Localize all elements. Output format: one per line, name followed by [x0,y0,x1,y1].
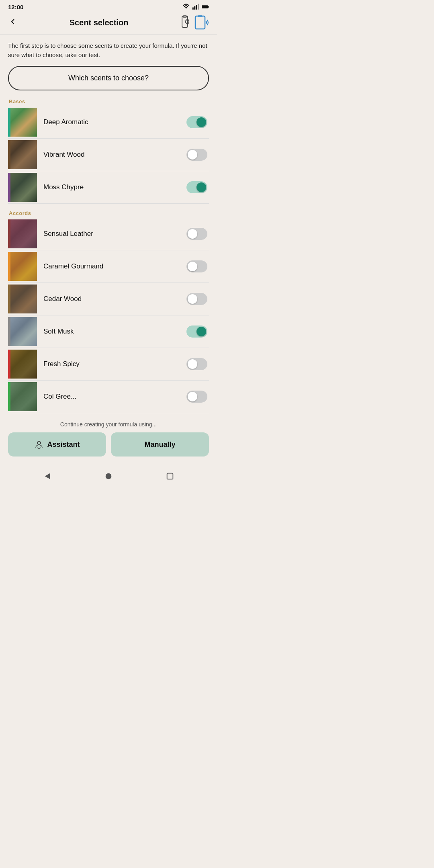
scent-name-caramel-gourmand: Caramel Gourmand [37,262,186,270]
scent-bar-soft-musk [8,317,10,346]
toggle-deep-aromatic[interactable] [186,116,207,128]
bases-section-label: Bases [8,98,209,104]
assistant-button[interactable]: Assistant [8,432,106,457]
scent-item-sensual-leather: Sensual Leather [8,218,209,250]
manually-button[interactable]: Manually [111,432,209,457]
toggle-soft-musk[interactable] [186,326,207,338]
scent-thumb-soft-musk [8,317,37,346]
toggle-partial-item[interactable] [186,391,207,403]
scent-name-deep-aromatic: Deep Aromatic [37,118,186,126]
scent-thumb-cedar-wood [8,285,37,313]
back-arrow-icon [8,17,18,27]
header-device-icons [178,15,211,30]
scent-name-partial-item: Col Gree... [37,393,186,401]
header: Scent selection [0,12,217,35]
scent-bar-vibrant-wood [8,140,10,169]
signal-icon [192,3,199,10]
toggle-cedar-wood[interactable] [186,293,207,305]
scent-img-sensual-leather [8,219,37,248]
bases-list: Deep AromaticVibrant WoodMoss Chypre [8,106,209,204]
svg-rect-5 [208,6,209,8]
scent-img-partial-item [8,382,37,411]
toggle-thumb-vibrant-wood [188,150,197,160]
scent-thumb-moss-chypre [8,173,37,202]
scent-item-fresh-spicy: Fresh Spicy [8,348,209,381]
scent-thumb-fresh-spicy [8,350,37,379]
svg-rect-0 [192,8,194,10]
svg-rect-6 [182,16,188,27]
toggle-thumb-caramel-gourmand [188,262,197,271]
scent-item-cedar-wood: Cedar Wood [8,283,209,315]
scent-item-moss-chypre: Moss Chypre [8,171,209,204]
scent-item-vibrant-wood: Vibrant Wood [8,139,209,171]
toggle-fresh-spicy[interactable] [186,358,207,370]
svg-rect-2 [196,5,197,10]
scent-bar-fresh-spicy [8,350,10,379]
scent-item-deep-aromatic: Deep Aromatic [8,106,209,139]
nav-bar [0,466,217,490]
which-scents-button[interactable]: Which scents to choose? [8,66,209,90]
main-content: The first step is to choose some scents … [0,35,217,413]
accords-section-label: Accords [8,210,209,216]
scent-bar-deep-aromatic [8,108,10,137]
scent-img-vibrant-wood [8,140,37,169]
nav-home-button[interactable] [104,472,113,482]
svg-rect-15 [167,473,173,479]
accords-list: Sensual LeatherCaramel GourmandCedar Woo… [8,218,209,413]
nav-back-button[interactable] [43,472,51,482]
svg-marker-13 [45,473,50,479]
nav-back-icon [43,472,51,481]
battery-icon [202,3,209,10]
scent-name-vibrant-wood: Vibrant Wood [37,151,186,159]
toggle-thumb-deep-aromatic [197,117,206,127]
toggle-vibrant-wood[interactable] [186,149,207,161]
scent-img-deep-aromatic [8,108,37,137]
toggle-thumb-sensual-leather [188,229,197,239]
svg-rect-8 [195,16,205,29]
scent-bar-cedar-wood [8,285,10,313]
page-title: Scent selection [19,18,178,27]
continue-text: Continue creating your formula using... [8,421,209,428]
manually-label: Manually [144,440,175,449]
action-buttons: Assistant Manually [8,432,209,457]
svg-rect-3 [198,4,199,10]
scent-item-soft-musk: Soft Musk [8,315,209,348]
scent-img-caramel-gourmand [8,252,37,281]
status-bar: 12:00 [0,0,217,12]
scent-bar-sensual-leather [8,219,10,248]
toggle-thumb-soft-musk [197,327,206,336]
nav-recents-icon [166,472,174,481]
toggle-caramel-gourmand[interactable] [186,260,207,272]
scent-bar-moss-chypre [8,173,10,202]
scent-thumb-partial-item [8,382,37,411]
scent-thumb-vibrant-wood [8,140,37,169]
wifi-icon [182,3,190,10]
dispenser-icon[interactable] [178,15,191,30]
status-icons [182,3,209,10]
scent-name-sensual-leather: Sensual Leather [37,230,186,238]
bottom-section: Continue creating your formula using... … [0,416,217,463]
nav-home-icon [104,472,113,481]
toggle-thumb-partial-item [188,392,197,401]
assistant-label: Assistant [47,440,80,449]
scent-img-cedar-wood [8,285,37,313]
scent-img-soft-musk [8,317,37,346]
scent-img-fresh-spicy [8,350,37,379]
toggle-thumb-cedar-wood [188,294,197,304]
device-screen-icon[interactable] [194,15,211,30]
scent-bar-partial-item [8,382,10,411]
back-button[interactable] [6,15,19,30]
scent-thumb-sensual-leather [8,219,37,248]
scent-name-fresh-spicy: Fresh Spicy [37,360,186,368]
toggle-thumb-moss-chypre [197,182,206,192]
svg-point-14 [106,473,112,479]
scent-name-soft-musk: Soft Musk [37,328,186,336]
scent-item-partial-item: Col Gree... [8,381,209,413]
scent-item-caramel-gourmand: Caramel Gourmand [8,250,209,283]
toggle-sensual-leather[interactable] [186,228,207,240]
intro-text: The first step is to choose some scents … [8,41,209,59]
scent-thumb-caramel-gourmand [8,252,37,281]
scent-img-moss-chypre [8,173,37,202]
nav-recents-button[interactable] [166,472,174,482]
toggle-moss-chypre[interactable] [186,181,207,193]
